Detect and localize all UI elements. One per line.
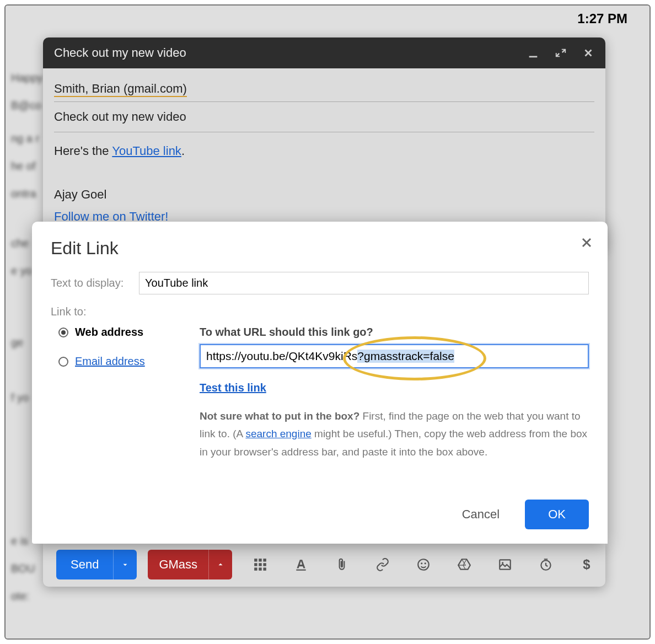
bg-text: e is xyxy=(11,535,28,548)
subject-field[interactable]: Check out my new video xyxy=(54,102,594,132)
link-icon[interactable] xyxy=(375,557,390,572)
grid-icon[interactable] xyxy=(253,557,267,572)
cancel-button[interactable]: Cancel xyxy=(452,502,509,527)
radio-email-label: Email address xyxy=(75,355,145,368)
bg-text: ge xyxy=(11,336,23,349)
radio-email-address[interactable]: Email address xyxy=(51,355,200,368)
url-question-label: To what URL should this link go? xyxy=(200,326,589,339)
compose-header[interactable]: Check out my new video xyxy=(43,37,605,68)
test-this-link[interactable]: Test this link xyxy=(200,382,266,394)
search-engine-link[interactable]: search engine xyxy=(245,428,311,439)
compose-title: Check out my new video xyxy=(54,46,527,60)
edit-link-dialog: Edit Link Text to display: Link to: Web … xyxy=(32,222,608,544)
svg-rect-8 xyxy=(259,567,261,570)
send-button-group: Send xyxy=(56,550,137,579)
to-field[interactable]: Smith, Brian (gmail.com) xyxy=(54,76,594,102)
bg-text: B@co xyxy=(11,99,41,112)
recipient-chip[interactable]: Smith, Brian (gmail.com) xyxy=(54,82,187,97)
svg-point-11 xyxy=(418,559,429,570)
radio-web-label: Web address xyxy=(75,326,143,339)
ok-button[interactable]: OK xyxy=(525,500,589,529)
attachment-icon[interactable] xyxy=(335,557,349,572)
youtube-link[interactable]: YouTube link xyxy=(112,144,181,158)
body-text: . xyxy=(181,144,185,158)
bg-text: he of xyxy=(11,160,35,173)
gmass-more-button[interactable] xyxy=(208,550,232,579)
svg-rect-1 xyxy=(254,559,257,561)
send-button[interactable]: Send xyxy=(56,550,113,579)
emoji-icon[interactable] xyxy=(416,557,431,572)
dollar-icon[interactable]: $ xyxy=(579,557,594,572)
send-more-button[interactable] xyxy=(113,550,137,579)
radio-web-address[interactable]: Web address xyxy=(51,326,200,339)
gmass-button-group: GMass xyxy=(148,550,232,579)
expand-icon[interactable] xyxy=(555,47,567,59)
bg-text: f yo xyxy=(11,391,29,404)
radio-icon xyxy=(58,357,68,367)
svg-rect-3 xyxy=(263,559,266,561)
link-to-label: Link to: xyxy=(51,305,589,318)
close-icon[interactable] xyxy=(579,235,594,250)
bg-text: BOU xyxy=(11,562,35,575)
compose-toolbar: Send GMass $ xyxy=(43,543,605,587)
svg-text:$: $ xyxy=(583,557,590,572)
bg-text: ng a r xyxy=(11,132,39,145)
compose-window: Check out my new video Smith, Brian (gma… xyxy=(43,37,605,251)
svg-rect-2 xyxy=(259,559,261,561)
text-to-display-label: Text to display: xyxy=(51,277,139,289)
svg-rect-6 xyxy=(263,563,266,566)
clock-time: 1:27 PM xyxy=(577,11,627,26)
bg-text: ote: xyxy=(11,590,29,603)
svg-point-15 xyxy=(502,562,503,564)
url-input[interactable] xyxy=(200,344,589,368)
image-icon[interactable] xyxy=(498,557,512,572)
text-to-display-input[interactable] xyxy=(139,272,589,294)
signature-name: Ajay Goel xyxy=(54,187,106,201)
bg-text: Happy xyxy=(11,72,43,84)
svg-rect-7 xyxy=(254,567,257,570)
gmass-button[interactable]: GMass xyxy=(148,550,208,579)
bg-text: che xyxy=(11,237,29,250)
svg-rect-9 xyxy=(263,567,266,570)
radio-icon xyxy=(58,328,68,337)
svg-rect-10 xyxy=(296,570,305,571)
minimize-icon[interactable] xyxy=(527,47,539,59)
bg-text: e yo xyxy=(11,265,32,277)
schedule-icon[interactable] xyxy=(539,557,553,572)
drive-icon[interactable] xyxy=(457,557,471,572)
app-frame: Happy B@co ng a r he of ontra che e yo g… xyxy=(4,4,651,640)
help-text: Not sure what to put in the box? First, … xyxy=(200,407,589,461)
svg-point-12 xyxy=(421,562,422,564)
help-bold: Not sure what to put in the box? xyxy=(200,410,359,422)
svg-point-13 xyxy=(425,562,426,564)
dialog-title: Edit Link xyxy=(51,238,589,259)
svg-rect-5 xyxy=(259,563,261,566)
bg-text: ontra xyxy=(11,187,36,200)
close-icon[interactable] xyxy=(582,47,594,59)
email-body[interactable]: Here's the YouTube link. Ajay Goel Follo… xyxy=(54,132,594,235)
svg-rect-0 xyxy=(529,56,538,58)
format-text-icon[interactable] xyxy=(294,557,308,572)
svg-rect-4 xyxy=(254,563,257,566)
body-text: Here's the xyxy=(54,144,112,158)
